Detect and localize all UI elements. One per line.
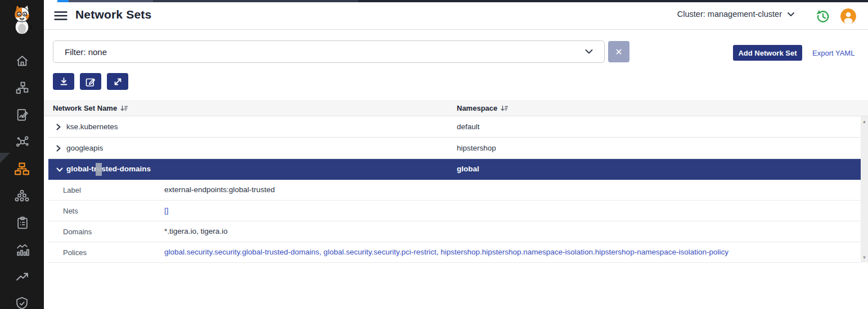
detail-row-polices: Polices global.security.security.global-… [48, 242, 861, 263]
column-header-namespace[interactable]: Namespace [457, 100, 508, 116]
text-cursor [96, 163, 102, 176]
filter-select[interactable]: Filter: none [53, 40, 605, 63]
detail-label: Label [63, 186, 81, 194]
detail-label: Domains [63, 228, 92, 236]
edit-icon [85, 76, 96, 87]
column-header-network-set-name[interactable]: Network Set Name [53, 100, 128, 116]
sort-icon[interactable] [120, 105, 128, 112]
table-body: kse.kubernetes default googleapis hipste… [48, 116, 861, 263]
chevron-down-icon [788, 12, 794, 16]
expand-icon [113, 76, 123, 87]
sort-icon[interactable] [501, 105, 508, 112]
cluster-selector-label: Cluster: management-cluster [677, 10, 782, 19]
app-header: Network Sets Cluster: management-cluster [44, 2, 868, 30]
detail-value-link[interactable]: [] [164, 206, 169, 215]
network-sets-page: Network Sets Cluster: management-cluster [0, 0, 868, 309]
column-label: Network Set Name [53, 104, 117, 112]
chevron-down-icon[interactable] [56, 167, 63, 172]
table-row-global-trusted-domains-selected[interactable]: global-trusted-domains global [48, 159, 861, 180]
detail-value: *.tigera.io, tigera.io [164, 227, 228, 235]
namespace-value: default [457, 122, 480, 131]
user-avatar[interactable] [840, 8, 856, 24]
bar-chart-icon [15, 243, 29, 257]
cluster-selector[interactable]: Cluster: management-cluster [677, 10, 794, 19]
trending-up-icon [15, 270, 29, 284]
detail-value: external-endpoints:global-trusted [164, 185, 275, 194]
add-network-set-button[interactable]: Add Network Set [733, 45, 802, 61]
document-edit-icon [15, 108, 29, 122]
clipboard-icon [15, 216, 29, 230]
detail-row-label: Label external-endpoints:global-trusted [48, 180, 861, 201]
sidebar-item-dashboard[interactable] [0, 238, 44, 261]
namespace-value: global [457, 165, 479, 173]
chevron-right-icon[interactable] [56, 124, 61, 130]
calico-cat-logo [5, 2, 39, 35]
table-row-kse-kubernetes[interactable]: kse.kubernetes default [48, 116, 861, 138]
sidebar-item-activity[interactable] [0, 265, 44, 288]
sidebar-item-home[interactable] [0, 49, 44, 72]
home-icon [15, 54, 29, 68]
action-button-group [53, 73, 128, 90]
sidebar-item-topology[interactable] [0, 76, 44, 99]
table-row-googleapis[interactable]: googleapis hipstershop [48, 138, 861, 159]
table-header-row: Network Set Name Namespace [44, 100, 868, 116]
edit-button[interactable] [80, 73, 101, 90]
page-title: Network Sets [75, 8, 151, 21]
share-nodes-icon [15, 135, 29, 149]
table-scrollbar[interactable]: ▲ ▼ [861, 116, 868, 262]
detail-value-link[interactable]: global.security.security.global-trusted-… [164, 248, 728, 256]
history-icon[interactable] [815, 8, 830, 24]
download-button[interactable] [53, 73, 74, 90]
detail-label: Nets [63, 207, 78, 215]
topology-icon [15, 81, 29, 95]
hamburger-menu-icon[interactable] [54, 10, 68, 21]
scroll-down-icon[interactable]: ▼ [861, 253, 868, 261]
column-label: Namespace [457, 104, 497, 112]
close-icon: ✕ [615, 47, 622, 57]
sidebar-item-service-graph[interactable] [0, 130, 44, 153]
shield-check-icon [15, 296, 29, 309]
sidebar-item-endpoints[interactable] [0, 184, 44, 207]
network-set-name: kse.kubernetes [66, 122, 118, 131]
chevron-right-icon[interactable] [56, 145, 61, 152]
detail-row-domains: Domains *.tigera.io, tigera.io [48, 221, 861, 242]
sidebar [0, 0, 44, 309]
export-yaml-link[interactable]: Export YAML [812, 49, 854, 57]
sidebar-item-policies[interactable] [0, 103, 44, 126]
scroll-up-icon[interactable]: ▲ [861, 117, 868, 125]
filter-select-value: Filter: none [65, 47, 107, 57]
sitemap-icon [14, 162, 30, 176]
network-set-name: googleapis [66, 144, 103, 152]
detail-label: Polices [63, 248, 87, 257]
corner-notch [0, 153, 10, 163]
sidebar-item-threat-defense[interactable] [0, 292, 44, 309]
namespace-value: hipstershop [457, 144, 496, 152]
network-set-name: global-trusted-domains [66, 165, 151, 173]
chevron-down-icon [585, 49, 593, 54]
circles-cluster-icon [15, 189, 29, 202]
download-icon [59, 76, 69, 87]
clear-filter-button[interactable]: ✕ [608, 41, 629, 62]
sidebar-item-compliance[interactable] [0, 211, 44, 234]
detail-row-nets: Nets [] [48, 201, 861, 221]
expand-button[interactable] [107, 73, 128, 90]
